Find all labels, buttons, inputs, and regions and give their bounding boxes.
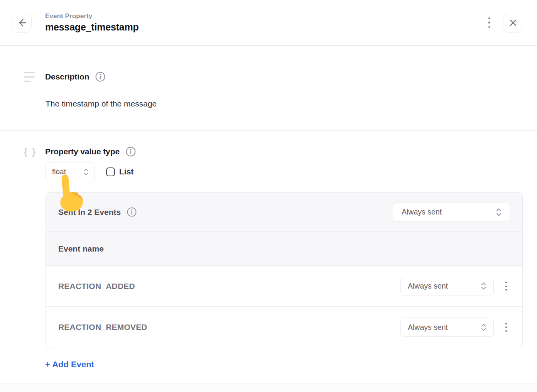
events-table-title: Sent In 2 Events — [58, 208, 121, 217]
row-frequency-value: Always sent — [408, 282, 448, 291]
type-controls-row: float List — [45, 162, 537, 181]
braces-icon: { } — [24, 147, 41, 157]
panel-eyebrow: Event Property — [45, 12, 139, 20]
property-value-type-section: { } Property value type float List — [0, 146, 537, 181]
chevron-updown-icon — [83, 168, 89, 176]
global-frequency-select[interactable]: Always sent — [393, 203, 510, 222]
back-arrow-icon — [17, 18, 27, 28]
row-frequency-value: Always sent — [408, 323, 448, 332]
property-value-type-header: { } Property value type — [24, 146, 537, 157]
table-row: REACTION_REMOVED Always sent — [46, 307, 522, 348]
back-button[interactable] — [12, 13, 32, 33]
kebab-icon — [505, 323, 507, 332]
overflow-menu-button[interactable] — [485, 12, 494, 34]
row-menu-button[interactable] — [502, 318, 510, 336]
list-checkbox[interactable] — [106, 167, 115, 176]
global-frequency-value: Always sent — [402, 208, 442, 216]
events-table-header: Sent In 2 Events Always sent — [46, 193, 522, 232]
description-value[interactable]: The timestamp of the message — [46, 99, 537, 108]
event-name[interactable]: REACTION_ADDED — [58, 282, 135, 291]
add-event-button[interactable]: + Add Event — [45, 360, 94, 370]
close-icon — [509, 19, 517, 27]
description-label: Description — [45, 72, 89, 81]
property-value-type-label: Property value type — [45, 147, 120, 156]
chevron-updown-icon — [496, 208, 502, 217]
description-section: Description The timestamp of the message — [0, 71, 537, 108]
chevron-updown-icon — [481, 282, 486, 291]
events-table: Sent In 2 Events Always sent Event name … — [46, 192, 523, 348]
kebab-icon — [488, 17, 490, 28]
kebab-icon — [505, 282, 507, 291]
event-name[interactable]: REACTION_REMOVED — [58, 323, 147, 332]
row-frequency-select[interactable]: Always sent — [400, 318, 494, 337]
info-icon[interactable] — [95, 71, 106, 82]
event-name-column-header: Event name — [46, 232, 522, 266]
description-header: Description — [24, 71, 537, 82]
page-title: message_timestamp — [45, 22, 139, 33]
section-divider — [0, 130, 537, 131]
description-lines-icon — [24, 71, 35, 83]
table-row: REACTION_ADDED Always sent — [46, 266, 522, 307]
info-icon[interactable] — [127, 207, 137, 217]
header-actions — [485, 12, 523, 34]
row-menu-button[interactable] — [502, 277, 510, 295]
type-select[interactable]: float — [45, 162, 95, 181]
event-property-panel: Event Property message_timestamp Descrip… — [0, 0, 537, 370]
list-checkbox-label: List — [119, 167, 133, 176]
bottom-divider — [0, 384, 537, 392]
close-button[interactable] — [503, 13, 523, 33]
row-frequency-select[interactable]: Always sent — [400, 277, 494, 296]
type-select-value: float — [52, 167, 66, 176]
panel-header: Event Property message_timestamp — [0, 0, 537, 46]
info-icon[interactable] — [125, 146, 136, 157]
header-titles: Event Property message_timestamp — [45, 12, 139, 33]
chevron-updown-icon — [481, 323, 486, 332]
